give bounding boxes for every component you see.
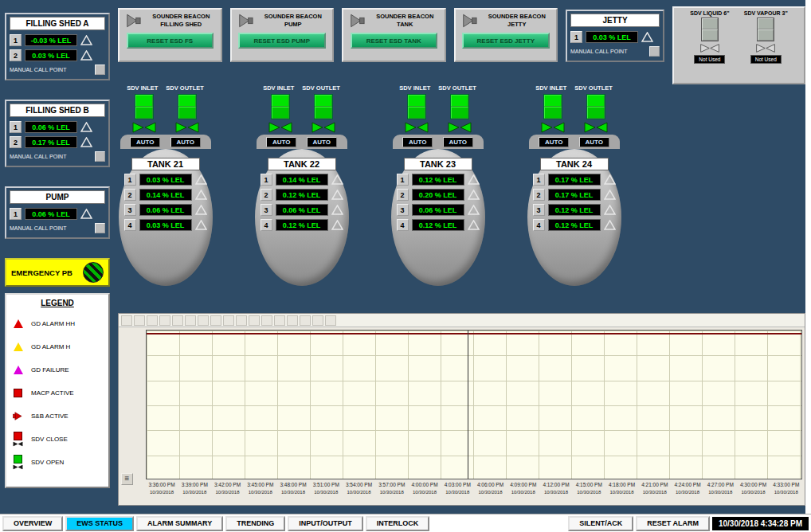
macp-row: MANUAL CALL POINT: [570, 46, 660, 57]
toolbar-icon[interactable]: [261, 315, 272, 326]
sdv-spare-valve-icon: [755, 43, 776, 53]
emergency-pushbutton[interactable]: EMERGENCY PB: [5, 258, 110, 287]
sdv-inlet-mode-button[interactable]: AUTO: [402, 137, 433, 147]
tank-title: TANK 24: [540, 158, 609, 170]
lel-value-display: 0.06 % LEL: [276, 204, 328, 216]
macp-label: MANUAL CALL POINT: [570, 49, 627, 54]
x-tick-date: 10/30/2018: [277, 489, 309, 495]
x-tick-time: 3:36:00 PM: [146, 482, 178, 489]
sdv-outlet-mode-button[interactable]: AUTO: [443, 137, 473, 147]
sdv-spare-valve-icon: [699, 43, 720, 53]
gas-channel-row: 3 0.06 % LEL: [124, 204, 207, 216]
sdv-inlet-valve-icon: [540, 121, 566, 134]
toolbar-icon[interactable]: [159, 315, 170, 326]
reset-esd-button[interactable]: RESET ESD JETTY: [462, 33, 550, 49]
datetime-display: 10/30/2018 4:34:28 PM: [712, 517, 809, 530]
lel-value-display: 0.12 % LEL: [412, 219, 464, 231]
x-tick-date: 10/30/2018: [540, 489, 572, 495]
toolbar-icon[interactable]: [249, 315, 260, 326]
tab-interlock[interactable]: INTERLOCK: [366, 516, 430, 531]
tab-ews-status[interactable]: EWS STATUS: [65, 516, 134, 531]
legend-title: LEGEND: [11, 299, 104, 307]
tab-input-output[interactable]: INPUT/OUTPUT: [288, 516, 363, 531]
lel-value-display: 0.03 % LEL: [139, 219, 192, 231]
gas-channel-row: 1 0.03 % LEL: [570, 31, 660, 43]
toolbar-icon[interactable]: [198, 315, 209, 326]
lel-value-display: 0.14 % LEL: [276, 174, 328, 186]
alarm-triangle-icon: [331, 220, 343, 230]
macp-indicator: [649, 46, 660, 57]
panel-title: FILLING SHED B: [10, 104, 105, 117]
gas-channel-row: 1 0.06 % LEL: [10, 121, 105, 133]
beacon-title: SOUNDER BEACON FILLING SHED: [146, 13, 217, 29]
toolbar-icon[interactable]: [172, 315, 183, 326]
alarm-triangle-icon: [195, 220, 207, 230]
gas-channel-row: 1 -0.03 % LEL: [10, 34, 105, 46]
lel-value-display: 0.06 % LEL: [412, 204, 464, 216]
lel-value-display: 0.06 % LEL: [25, 208, 77, 220]
toolbar-icon[interactable]: [312, 315, 323, 326]
toolbar-icon[interactable]: [300, 315, 311, 326]
legend-label: GD ALARM H: [31, 343, 70, 350]
sdv-outlet-mode-button[interactable]: AUTO: [307, 137, 337, 147]
legend-item: GD ALARM H: [11, 335, 104, 358]
sdv-inlet-mode-button[interactable]: AUTO: [130, 137, 160, 147]
toolbar-icon[interactable]: [274, 315, 285, 326]
channel-number: 3: [261, 204, 272, 216]
sdv-inlet-mode-button[interactable]: AUTO: [539, 137, 569, 147]
reset-alarm-button[interactable]: RESET ALARM: [636, 516, 710, 531]
trend-list-button[interactable]: ≡: [121, 473, 133, 485]
sdv-spare-column: SDV LIQUID 6" Not Used: [690, 10, 729, 80]
alarm-triangle-icon: [80, 35, 92, 45]
sdv-inlet-label: SDV INLET: [535, 84, 566, 92]
tab-alarm-summary[interactable]: ALARM SUMMARY: [136, 516, 223, 531]
toolbar-icon[interactable]: [147, 315, 158, 326]
alarm-triangle-icon: [468, 190, 480, 200]
sdv-inlet-mode-button[interactable]: AUTO: [266, 137, 296, 147]
x-tick-date: 10/30/2018: [507, 489, 539, 495]
sdv-outlet-unit: [174, 94, 200, 134]
channel-number: 2: [10, 136, 22, 148]
toolbar-icon[interactable]: [325, 315, 336, 326]
tab-trending[interactable]: TRENDING: [225, 516, 285, 531]
channel-number: 1: [533, 174, 545, 186]
toolbar-icon[interactable]: [236, 315, 247, 326]
beacon-title-line1: SOUNDER BEACON: [146, 13, 217, 21]
x-tick-time: 4:30:00 PM: [738, 482, 770, 489]
lel-value-display: 0.14 % LEL: [139, 189, 192, 201]
toolbar-icon[interactable]: [210, 315, 221, 326]
toolbar-icon[interactable]: [121, 315, 132, 326]
toolbar-icon[interactable]: [185, 315, 196, 326]
gas-channel-row: 4 0.03 % LEL: [124, 219, 207, 231]
panel-title: PUMP: [10, 190, 105, 204]
silent-ack-button[interactable]: SILENT/ACK: [568, 516, 633, 531]
toolbar-icon[interactable]: [287, 315, 298, 326]
x-tick-date: 10/30/2018: [376, 489, 408, 495]
tab-overview[interactable]: OVERVIEW: [2, 516, 63, 531]
sdv-inlet-label: SDV INLET: [127, 84, 158, 92]
valve-mode-row: AUTO AUTO: [120, 135, 211, 149]
plot-wrap: 3:36:00 PM 10/30/2018 3:39:00 PM 10/30/2…: [146, 330, 802, 495]
trend-cursor[interactable]: [468, 331, 468, 479]
x-tick-time: 3:48:00 PM: [277, 482, 309, 489]
toolbar-icon[interactable]: [223, 315, 234, 326]
channel-number: 1: [10, 34, 22, 46]
x-tick-label: 3:51:00 PM 10/30/2018: [310, 482, 342, 495]
sdv-outlet-mode-button[interactable]: AUTO: [579, 137, 609, 147]
trend-y-axis: [119, 330, 146, 479]
reset-esd-button[interactable]: RESET ESD PUMP: [238, 33, 326, 49]
toolbar-icon[interactable]: [134, 315, 145, 326]
gas-channel-row: 3 0.06 % LEL: [397, 204, 480, 216]
sdv-inlet-indicator: [135, 94, 154, 119]
sdv-outlet-indicator: [586, 94, 605, 119]
reset-esd-button[interactable]: RESET ESD FS: [127, 33, 214, 49]
x-tick-time: 4:18:00 PM: [606, 482, 638, 489]
gas-channel-row: 2 0.12 % LEL: [261, 189, 343, 201]
lel-value-display: 0.17 % LEL: [548, 174, 601, 186]
channel-number: 1: [124, 174, 136, 186]
sdv-outlet-mode-button[interactable]: AUTO: [170, 137, 201, 147]
reset-esd-button[interactable]: RESET ESD TANK: [351, 33, 438, 49]
macp-row: MANUAL CALL POINT: [10, 151, 105, 162]
channel-number: 2: [397, 189, 409, 201]
x-tick-time: 4:24:00 PM: [672, 482, 703, 489]
